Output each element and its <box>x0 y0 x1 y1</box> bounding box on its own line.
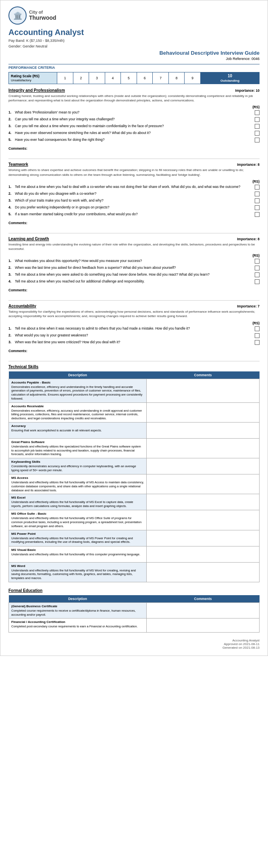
edu-col-comments-header: Comments <box>147 595 260 603</box>
checkbox-lg-q1[interactable] <box>255 259 260 264</box>
checkbox-lg-q3[interactable] <box>255 272 260 277</box>
footer-line3: Generated on 2021-08-13 <box>8 646 260 649</box>
rs-col-label-teamwork: (RS) <box>8 179 260 183</box>
checkbox-tw-q5[interactable] <box>255 212 260 217</box>
question-item: 3. Can you tell me about a time where yo… <box>8 124 260 129</box>
page-title: Accounting Analyst <box>8 28 260 37</box>
comments-label-accountability: Comments: <box>8 349 260 353</box>
gender: Gender: Gender Neutral <box>8 44 260 48</box>
checkbox-ac-q2[interactable] <box>255 333 260 338</box>
section-learning: Learning and Growth Importance: 8 Invest… <box>8 237 260 292</box>
edu-description-cell: Financial / Accounting CertificationComp… <box>9 619 147 633</box>
importance-integrity: Importance: 10 <box>235 89 260 93</box>
checkbox-q1[interactable] <box>255 110 260 115</box>
edu-description-cell: (General) Business CertificateCompleted … <box>9 602 147 619</box>
rating-1: 1 <box>57 72 73 84</box>
skill-comments-cell <box>147 546 260 562</box>
guide-title: Behavioural Descriptive Interview Guide <box>8 50 260 56</box>
skill-comments-cell <box>147 438 260 458</box>
rating-5: 5 <box>121 72 137 84</box>
checkbox-q4[interactable] <box>255 131 260 136</box>
questions-list-accountability: (RS) 1. Tell me about a time when it was… <box>8 321 260 347</box>
rating-3: 3 <box>89 72 105 84</box>
checkbox-tw-q2[interactable] <box>255 192 260 196</box>
skill-description-cell: Great Plains SoftwareUnderstands and eff… <box>9 438 147 458</box>
table-row: AccuracyEnsuring that work accomplished … <box>9 422 260 438</box>
criteria-title-teamwork: Teamwork <box>8 162 28 167</box>
question-item: 4. Do you prefer working independently o… <box>8 205 260 210</box>
questions-area-learning: (RS) 1. What motivates you about this op… <box>8 254 260 286</box>
table-row: MS Visual BasicUnderstands and effective… <box>9 546 260 562</box>
skill-description-cell: MS Power PointUnderstands and effectivel… <box>9 530 147 546</box>
question-item: 2. When was the last time you asked for … <box>8 266 260 270</box>
rs-col-label-integrity: (RS) <box>8 105 260 109</box>
skill-comments-cell <box>147 510 260 530</box>
question-item: 1. What motivates you about this opportu… <box>8 259 260 264</box>
rating-10: 10Outstanding <box>200 72 259 84</box>
questions-list-integrity: (RS) 1. What does 'Professionalism' mean… <box>8 105 260 144</box>
formal-edu-title: Formal Education <box>8 588 260 593</box>
question-item: 1. Tell me about a time when it was nece… <box>8 326 260 331</box>
criteria-desc-teamwork: Working with others to share expertise a… <box>8 168 260 177</box>
checkbox-lg-q2[interactable] <box>255 266 260 270</box>
footer-line2: Approved on 2021-08-11 <box>8 642 260 646</box>
skill-comments-cell <box>147 562 260 582</box>
table-row: MS Power PointUnderstands and effectivel… <box>9 530 260 546</box>
checkbox-q5[interactable] <box>255 138 260 142</box>
checkbox-ac-q3[interactable] <box>255 340 260 345</box>
section-integrity: Integrity and Professionalism Importance… <box>8 88 260 151</box>
footer-line1: Accounting Analyst <box>8 639 260 642</box>
org-line1: City of <box>29 10 56 14</box>
job-reference: Job Reference: 0046 <box>8 57 260 61</box>
importance-accountability: Importance: 7 <box>237 304 260 308</box>
rating-scale-table: Rating Scale (RS) Unsatisfactory 1 2 3 4… <box>8 72 260 84</box>
importance-teamwork: Importance: 8 <box>237 163 260 167</box>
table-row: Great Plains SoftwareUnderstands and eff… <box>9 438 260 458</box>
footer: Accounting Analyst Approved on 2021-08-1… <box>8 639 260 649</box>
skill-comments-cell <box>147 458 260 474</box>
header-area: 🏛️ City of Thurwood <box>8 6 260 25</box>
checkbox-tw-q3[interactable] <box>255 198 260 203</box>
skill-comments-cell <box>147 402 260 422</box>
criteria-title-row-integrity: Integrity and Professionalism Importance… <box>8 88 260 93</box>
skill-comments-cell <box>147 379 260 402</box>
question-item: 2. Can you tell me about a time when you… <box>8 117 260 122</box>
comments-label-learning: Comments: <box>8 288 260 292</box>
technical-skills-table: Description Comments Accounts Payable - … <box>8 371 260 582</box>
criteria-title-learning: Learning and Growth <box>8 237 49 241</box>
col-description-header: Description <box>9 371 147 379</box>
comments-label-teamwork: Comments: <box>8 221 260 225</box>
performance-criteria-label: PERFORMANCE CRITERIA <box>8 64 260 70</box>
criteria-desc-integrity: Creating honest, trusting and successful… <box>8 94 260 103</box>
skill-description-cell: AccuracyEnsuring that work accomplished … <box>9 422 147 438</box>
rs-label: Rating Scale (RS) Unsatisfactory <box>9 72 57 84</box>
comments-label-integrity: Comments: <box>8 146 260 151</box>
table-row: Accounts ReceivableDemonstrates excellen… <box>9 402 260 422</box>
logo-area: 🏛️ City of Thurwood <box>8 6 56 25</box>
checkbox-tw-q4[interactable] <box>255 205 260 210</box>
section-teamwork: Teamwork Importance: 8 Working with othe… <box>8 162 260 225</box>
questions-list-teamwork: (RS) 1. Tell me about a time when you ha… <box>8 179 260 219</box>
criteria-title-integrity: Integrity and Professionalism <box>8 88 65 93</box>
question-item: 2. What would you say is your greatest w… <box>8 333 260 338</box>
formal-education-section: Formal Education Description Comments (G… <box>8 588 260 633</box>
skill-description-cell: MS WordUnderstands and effectively utili… <box>9 562 147 582</box>
question-item: 5. Have you ever had consequences for do… <box>8 138 260 142</box>
rating-6: 6 <box>137 72 153 84</box>
question-item: 2. What do you do when you disagree with… <box>8 192 260 196</box>
checkbox-q3[interactable] <box>255 124 260 129</box>
rating-9: 9 <box>185 72 201 84</box>
questions-area-integrity: (RS) 1. What does 'Professionalism' mean… <box>8 105 260 144</box>
checkbox-ac-q1[interactable] <box>255 326 260 331</box>
skill-comments-cell <box>147 530 260 546</box>
importance-learning: Importance: 8 <box>237 237 260 241</box>
checkbox-tw-q1[interactable] <box>255 185 260 190</box>
questions-area-accountability: (RS) 1. Tell me about a time when it was… <box>8 321 260 347</box>
checkbox-q2[interactable] <box>255 117 260 122</box>
question-item: 3. Which of your traits make you hard to… <box>8 198 260 203</box>
table-row: Financial / Accounting CertificationComp… <box>9 619 260 633</box>
checkbox-lg-q4[interactable] <box>255 279 260 284</box>
skill-description-cell: Accounts ReceivableDemonstrates excellen… <box>9 402 147 422</box>
criteria-desc-learning: Investing time and energy into understan… <box>8 242 260 251</box>
questions-list-learning: (RS) 1. What motivates you about this op… <box>8 254 260 286</box>
